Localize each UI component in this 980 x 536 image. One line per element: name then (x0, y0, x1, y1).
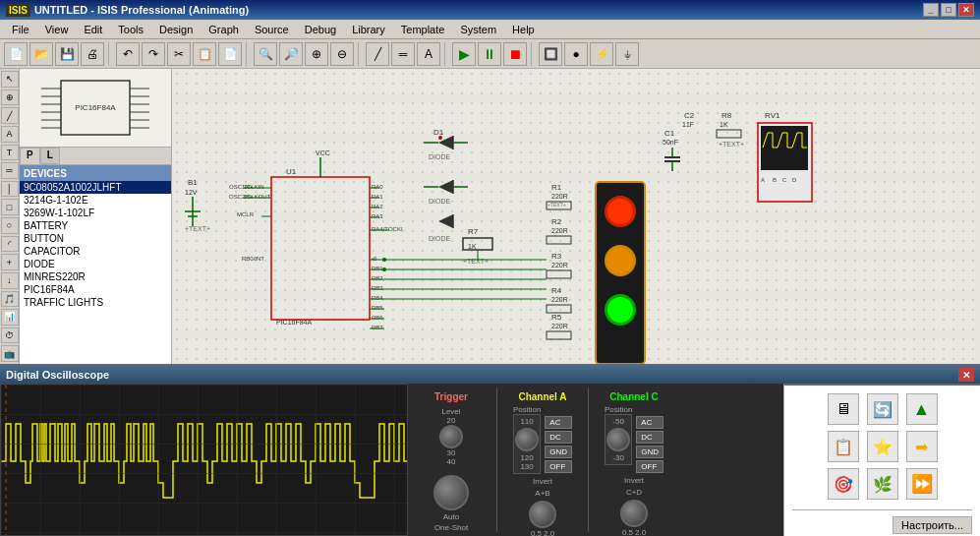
trigger-panel: Trigger Level 20 30 40 Auto One-Shot (412, 387, 490, 532)
comp-item-9[interactable]: TRAFFIC LIGHTS (20, 296, 171, 309)
comp-item-0[interactable]: 9C08052A1002JLHFT (20, 181, 171, 194)
menu-graph[interactable]: Graph (201, 22, 247, 37)
cycle-icon[interactable]: 🔄 (867, 393, 898, 425)
stop-button[interactable]: ⏹ (503, 42, 527, 66)
component-tool[interactable]: ⊕ (1, 89, 19, 106)
ac-btn-a[interactable]: AC (545, 416, 572, 429)
tab-l[interactable]: L (40, 148, 60, 164)
menu-library[interactable]: Library (344, 22, 393, 37)
svg-text:RA2: RA2 (372, 204, 383, 209)
bus-tool[interactable]: ═ (1, 162, 19, 179)
off-btn-c[interactable]: OFF (636, 460, 663, 473)
star-icon[interactable]: ⭐ (867, 431, 898, 462)
minimize-button[interactable]: _ (923, 3, 939, 17)
arc-tool[interactable]: ◜ (1, 236, 19, 253)
pos-label-c: Position (605, 405, 632, 414)
paste-button[interactable]: 📄 (218, 42, 242, 66)
pos-knob-a[interactable] (515, 428, 539, 451)
gnd-btn-a[interactable]: GND (545, 446, 572, 458)
menu-edit[interactable]: Edit (76, 22, 110, 37)
bus-button[interactable]: ═ (391, 42, 415, 66)
schematic-area[interactable]: B1 12V +TEXT+ U1 16• 15• OSC1/CLKIN OSC2… (172, 69, 980, 364)
step-button[interactable]: ⏸ (478, 42, 501, 66)
select-tool[interactable]: ↖ (1, 71, 19, 88)
wire-tool[interactable]: ╱ (1, 107, 19, 124)
comp-item-5[interactable]: CAPACITOR (20, 245, 171, 258)
osc-close-button[interactable]: ✕ (958, 368, 974, 382)
channel-a-controls: Position 110 120 130 X AC DC GND (513, 405, 572, 474)
pin-tool[interactable]: │ (1, 181, 19, 198)
menu-template[interactable]: Template (393, 22, 453, 37)
computer-icon[interactable]: 🖥 (828, 393, 859, 425)
label-button[interactable]: A (417, 42, 440, 66)
save-button[interactable]: 💾 (55, 42, 79, 66)
graph-tool[interactable]: 📊 (1, 309, 19, 326)
comp-item-3[interactable]: BATTERY (20, 219, 171, 232)
menu-file[interactable]: File (4, 22, 37, 37)
print-button[interactable]: 🖨 (81, 42, 104, 66)
comp-item-6[interactable]: DIODE (20, 258, 171, 270)
undo-button[interactable]: ↶ (116, 42, 140, 66)
probe-tool[interactable]: ↓ (1, 272, 19, 289)
cut-button[interactable]: ✂ (167, 42, 191, 66)
power-button[interactable]: ⚡ (590, 42, 613, 66)
circle-tool[interactable]: ○ (1, 217, 19, 234)
timer-tool[interactable]: ⏱ (1, 328, 19, 344)
trigger-knob[interactable] (439, 425, 463, 448)
ac-btn-c[interactable]: AC (636, 416, 663, 429)
forward-icon[interactable]: ⏩ (906, 468, 938, 500)
off-btn-a[interactable]: OFF (545, 460, 572, 473)
comp-item-2[interactable]: 3269W-1-102LF (20, 207, 171, 219)
copy-button[interactable]: 📋 (193, 42, 216, 66)
text-tool[interactable]: T (1, 145, 19, 161)
leaf-icon[interactable]: 🌿 (867, 468, 898, 500)
zoom-in-button[interactable]: 🔍 (254, 42, 277, 66)
up-icon[interactable]: ▲ (906, 393, 938, 425)
close-button[interactable]: ✕ (958, 3, 974, 17)
comp-item-8[interactable]: PIC16F84A (20, 283, 171, 296)
svg-text:1K: 1K (720, 121, 728, 128)
menu-help[interactable]: Help (504, 22, 543, 37)
svg-text:RA1: RA1 (372, 194, 383, 200)
svg-point-63 (438, 136, 442, 140)
menu-view[interactable]: View (37, 22, 77, 37)
ground-button[interactable]: ⏚ (615, 42, 639, 66)
menu-tools[interactable]: Tools (110, 22, 151, 37)
arrow-right-icon[interactable]: ➡ (906, 431, 938, 462)
nastroit-button[interactable]: Настроить... (893, 516, 972, 534)
menu-system[interactable]: System (452, 22, 504, 37)
gnd-btn-c[interactable]: GND (636, 446, 663, 458)
dc-btn-c[interactable]: DC (636, 431, 663, 444)
menu-debug[interactable]: Debug (297, 22, 344, 37)
play-button[interactable]: ▶ (452, 42, 476, 66)
wire-button[interactable]: ╱ (366, 42, 389, 66)
scale-knob-a[interactable] (529, 501, 556, 528)
tape-tool[interactable]: 🎵 (1, 291, 19, 308)
menu-design[interactable]: Design (151, 22, 201, 37)
dc-btn-a[interactable]: DC (545, 431, 572, 444)
zoom-fit-button[interactable]: ⊕ (305, 42, 328, 66)
virtual-tool[interactable]: 📺 (1, 345, 19, 362)
scale-knob-c[interactable] (620, 500, 648, 527)
maximize-button[interactable]: □ (941, 3, 956, 17)
zoom-area-button[interactable]: ⊖ (330, 42, 354, 66)
menu-source[interactable]: Source (247, 22, 297, 37)
book-icon[interactable]: 📋 (828, 431, 859, 462)
pos-knob-c[interactable] (606, 428, 630, 451)
component-button[interactable]: 🔲 (539, 42, 562, 66)
shape-tool[interactable]: □ (1, 199, 19, 215)
tab-p[interactable]: P (20, 148, 40, 164)
app-icon: ISIS (6, 4, 30, 17)
open-button[interactable]: 📂 (29, 42, 53, 66)
comp-item-4[interactable]: BUTTON (20, 232, 171, 245)
comp-item-7[interactable]: MINRES220R (20, 270, 171, 283)
comp-item-1[interactable]: 3214G-1-102E (20, 194, 171, 207)
label-tool[interactable]: A (1, 126, 19, 143)
origin-tool[interactable]: + (1, 254, 19, 270)
junction-button[interactable]: ● (564, 42, 588, 66)
redo-button[interactable]: ↷ (142, 42, 165, 66)
target-icon[interactable]: 🎯 (828, 468, 859, 500)
zoom-out-button[interactable]: 🔎 (279, 42, 303, 66)
new-button[interactable]: 📄 (4, 42, 28, 66)
auto-knob[interactable] (433, 475, 469, 510)
